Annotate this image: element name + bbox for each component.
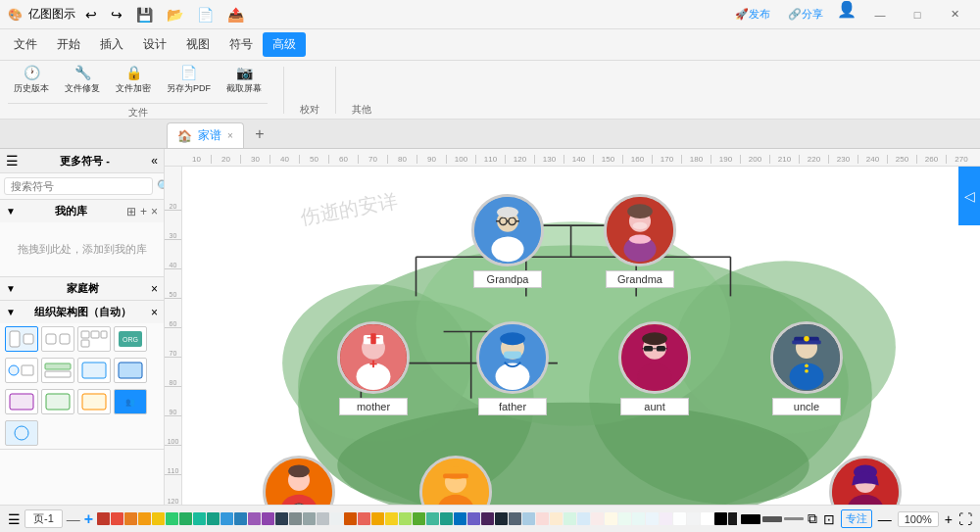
sidebar-title[interactable]: 更多符号 - (60, 154, 110, 169)
maximize-btn[interactable]: □ (900, 0, 935, 29)
sym-5[interactable] (5, 358, 38, 383)
person-mother[interactable]: mother (337, 321, 410, 415)
color-swatch[interactable] (467, 512, 480, 525)
tab-jiap[interactable]: 🏠 家谱 × (167, 122, 244, 148)
close-btn[interactable]: ✕ (937, 0, 972, 29)
person-aunt[interactable]: aunt (618, 321, 691, 415)
color-swatch[interactable] (399, 512, 412, 525)
color-swatch[interactable] (714, 512, 727, 525)
color-swatch[interactable] (536, 512, 549, 525)
undo-btn[interactable]: ↩ (81, 7, 101, 23)
person-father[interactable]: father (476, 321, 549, 415)
menu-file[interactable]: 文件 (4, 32, 47, 57)
sym-4[interactable]: ORG (114, 326, 147, 352)
org-header[interactable]: ▼ 组织架构图（自动） × (0, 301, 164, 323)
close-section-icon[interactable]: × (151, 205, 158, 218)
color-swatch[interactable] (440, 512, 453, 525)
color-swatch[interactable] (234, 512, 247, 525)
history-btn[interactable]: 🕐 历史版本 (8, 61, 55, 99)
encrypt-btn[interactable]: 🔒 文件加密 (110, 61, 157, 99)
color-swatch[interactable] (646, 512, 659, 525)
sym-8[interactable] (114, 358, 147, 383)
zoom-in-btn[interactable]: + (945, 511, 953, 527)
person-uncle[interactable]: uncle (770, 321, 843, 415)
layers-icon[interactable]: ⧉ (808, 510, 817, 527)
menu-start[interactable]: 开始 (47, 32, 90, 57)
sym-1[interactable] (5, 326, 38, 352)
focus-label[interactable]: 专注 (841, 509, 872, 528)
open-btn[interactable]: 📂 (163, 7, 187, 23)
zoom-level[interactable]: 100% (898, 511, 939, 527)
close-org-icon[interactable]: × (151, 306, 158, 319)
color-swatch[interactable] (660, 512, 672, 525)
search-icon[interactable]: 🔍 (157, 179, 165, 193)
line-thick[interactable] (741, 514, 760, 524)
tab-close-btn[interactable]: × (227, 130, 233, 141)
color-swatch[interactable] (124, 512, 137, 525)
add-grid-icon[interactable]: ⊞ (126, 205, 136, 218)
export-btn[interactable]: 📤 (223, 7, 248, 23)
color-swatch[interactable] (179, 512, 192, 525)
add-icon[interactable]: + (140, 205, 147, 218)
color-swatch[interactable] (111, 512, 123, 525)
sym-9[interactable] (5, 389, 38, 414)
sym-12[interactable]: 👥 (114, 389, 147, 414)
page-minus-btn[interactable]: — (67, 511, 80, 527)
color-swatch[interactable] (495, 512, 508, 525)
zoom-out-btn[interactable]: — (878, 511, 892, 527)
color-swatch[interactable] (550, 512, 563, 525)
color-swatch[interactable] (152, 512, 165, 525)
add-page-btn[interactable]: + (84, 510, 93, 528)
color-swatch[interactable] (577, 512, 590, 525)
color-swatch[interactable] (591, 512, 604, 525)
color-swatch[interactable] (413, 512, 425, 525)
person-child3[interactable] (829, 456, 902, 505)
new-btn[interactable]: 📄 (193, 7, 218, 23)
sym-13[interactable] (5, 420, 38, 446)
color-swatch[interactable] (481, 512, 494, 525)
color-swatch[interactable] (220, 512, 233, 525)
share-btn[interactable]: 🔗 分享 (780, 0, 831, 29)
color-swatch[interactable] (522, 512, 535, 525)
publish-btn[interactable]: 🚀 发布 (727, 0, 778, 29)
sym-3[interactable] (77, 326, 111, 352)
color-swatch[interactable] (728, 512, 737, 525)
color-swatch[interactable] (358, 512, 370, 525)
sym-10[interactable] (41, 389, 74, 414)
right-panel-btn[interactable]: ◁ (958, 167, 980, 225)
person-child1[interactable] (263, 456, 335, 505)
color-swatch[interactable] (701, 512, 713, 525)
color-swatch[interactable] (673, 512, 686, 525)
fullscreen-btn[interactable]: ⛶ (958, 511, 972, 527)
color-swatch[interactable] (207, 512, 220, 525)
menu-insert[interactable]: 插入 (90, 32, 133, 57)
color-swatch[interactable] (426, 512, 439, 525)
color-swatch[interactable] (618, 512, 631, 525)
close-family-icon[interactable]: × (151, 282, 158, 296)
menu-view[interactable]: 视图 (176, 32, 220, 57)
redo-btn[interactable]: ↪ (107, 7, 126, 23)
color-swatch[interactable] (166, 512, 178, 525)
fit-icon[interactable]: ⊡ (823, 511, 835, 527)
color-swatch[interactable] (330, 512, 343, 525)
color-swatch[interactable] (564, 512, 576, 525)
file-repair-btn[interactable]: 🔧 文件修复 (59, 61, 106, 99)
person-grandpa[interactable]: Grandpa (471, 194, 544, 288)
menu-design[interactable]: 设计 (133, 32, 176, 57)
color-swatch[interactable] (344, 512, 357, 525)
color-swatch[interactable] (454, 512, 466, 525)
sym-2[interactable] (41, 326, 74, 352)
color-swatch[interactable] (385, 512, 398, 525)
menu-symbol[interactable]: 符号 (220, 32, 263, 57)
color-swatch[interactable] (248, 512, 261, 525)
pdf-btn[interactable]: 📄 另存为PDF (161, 61, 217, 99)
color-swatch[interactable] (509, 512, 521, 525)
color-swatch[interactable] (289, 512, 302, 525)
color-swatch[interactable] (317, 512, 329, 525)
search-input[interactable] (4, 177, 153, 195)
color-swatch[interactable] (605, 512, 617, 525)
color-swatch[interactable] (687, 512, 700, 525)
color-swatch[interactable] (303, 512, 316, 525)
color-swatch[interactable] (262, 512, 274, 525)
line-medium[interactable] (762, 516, 782, 522)
